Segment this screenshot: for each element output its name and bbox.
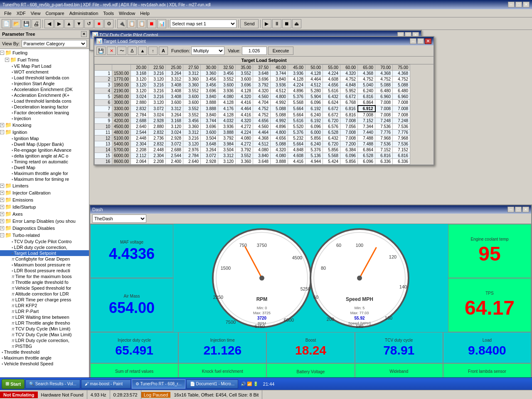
cell-value[interactable]: 3.120 [131, 82, 148, 88]
cell-value[interactable]: 4.656 [271, 135, 288, 141]
cell-value[interactable]: 3.408 [166, 82, 183, 88]
cell-value[interactable]: 3.024 [131, 94, 148, 100]
cell-value[interactable]: 3.360 [201, 71, 218, 76]
cell-value[interactable]: 4.752 [340, 76, 358, 82]
cell-value[interactable]: 4.656 [323, 82, 340, 88]
cell-value[interactable]: 6.240 [358, 88, 375, 94]
cell-value[interactable]: 4.800 [271, 130, 288, 135]
toolbar-copy[interactable]: 📋 [127, 19, 136, 28]
cell-value[interactable]: 3.312 [183, 130, 201, 135]
cell-value[interactable]: 7.008 [340, 135, 358, 141]
cell-value[interactable]: 3.120 [218, 159, 236, 165]
cell-value[interactable]: 6.864 [358, 100, 375, 106]
cell-value[interactable]: 7.536 [393, 141, 410, 147]
tree-item[interactable]: ▪ Load threshold lambda con [0, 75, 89, 81]
cell-value[interactable]: 4.752 [358, 76, 375, 82]
table-row[interactable]: 94200.002.6882.9283.1683.4563.7444.0324.… [95, 118, 410, 124]
table-row[interactable]: 125100.002.4482.7362.9283.2163.5043.7924… [95, 135, 410, 141]
cell-value[interactable]: 3.072 [201, 153, 218, 159]
cell-value[interactable]: 6.336 [393, 159, 410, 165]
cell-value[interactable]: 3.120 [148, 100, 166, 106]
maximize-button[interactable]: □ [515, 2, 522, 7]
table-row[interactable]: 114800.002.5442.8323.0243.3123.6003.8884… [95, 130, 410, 135]
cell-value[interactable]: 5.568 [323, 153, 340, 159]
cell-value[interactable]: 6.624 [323, 100, 340, 106]
cell-value[interactable]: 4.368 [375, 71, 393, 76]
cell-value[interactable]: 3.120 [166, 124, 183, 130]
cell-value[interactable]: 4.320 [236, 94, 253, 100]
cell-value[interactable]: 5.136 [305, 153, 323, 159]
cell-value[interactable]: 2.832 [148, 130, 166, 135]
cell-value[interactable]: 3.120 [183, 141, 201, 147]
tree-item[interactable]: ▪ Injection [0, 116, 89, 121]
tree-item[interactable]: ▪ Deceleration leaning factor [0, 104, 89, 110]
tree-item[interactable]: − 📁 Ignition [0, 128, 89, 135]
cell-value[interactable]: 4.416 [236, 112, 253, 118]
cell-value[interactable]: 7.248 [375, 118, 393, 124]
tree-item[interactable]: ▪ LDR Boost pressure reducti [0, 268, 89, 273]
cell-value[interactable]: 3.600 [201, 130, 218, 135]
cell-value[interactable]: 4.368 [253, 135, 271, 141]
table-row[interactable]: 52580.003.0243.2163.4083.6003.8404.0804.… [95, 94, 410, 100]
cell-value[interactable]: 3.072 [148, 106, 166, 112]
cell-value[interactable]: 7.008 [393, 106, 410, 112]
cell-value[interactable]: 3.024 [166, 130, 183, 135]
cell-value[interactable]: 7.200 [340, 141, 358, 147]
cell-value[interactable]: 4.224 [236, 130, 253, 135]
tls-close[interactable]: ✕ [425, 38, 431, 44]
cell-value[interactable]: 3.120 [131, 76, 148, 82]
cell-value[interactable]: 4.080 [253, 147, 271, 153]
cell-value[interactable]: 3.600 [218, 82, 236, 88]
map-set-select[interactable]: Select map set 1 [170, 20, 236, 28]
table-row[interactable]: 11530.003.1683.2163.2643.3123.3603.4563.… [95, 71, 410, 76]
cell-value[interactable]: 5.376 [288, 130, 305, 135]
cell-value[interactable]: 3.552 [218, 76, 236, 82]
cell-value[interactable]: 3.120 [148, 76, 166, 82]
tree-item[interactable]: + 📁 Error Lamp Disables (you shou [0, 217, 89, 224]
tls-value-input[interactable] [242, 47, 267, 55]
cell-value[interactable]: 4.800 [271, 94, 288, 100]
cell-value[interactable]: 7.056 [340, 124, 358, 130]
cell-value[interactable]: 7.968 [393, 135, 410, 141]
tree-item[interactable]: π LDR KFP2 [0, 303, 89, 308]
view-by-select[interactable]: Parameter Category [22, 40, 87, 47]
cell-value[interactable]: 2.208 [148, 159, 166, 165]
cell-value[interactable]: 5.232 [288, 135, 305, 141]
toolbar-print[interactable]: 🖨 [32, 19, 41, 28]
cell-value[interactable]: 3.936 [218, 124, 236, 130]
cell-value[interactable]: 5.040 [358, 82, 375, 88]
cell-value[interactable]: 3.072 [166, 141, 183, 147]
cell-value[interactable]: 6.816 [358, 94, 375, 100]
cell-value[interactable]: 6.096 [340, 153, 358, 159]
tls-save-btn[interactable]: 💾 [96, 47, 106, 55]
cell-value[interactable]: 4.512 [305, 82, 323, 88]
tree-item[interactable]: π Vehicle Speed threshold for [0, 285, 89, 291]
cell-value[interactable]: 3.840 [253, 153, 271, 159]
cell-value[interactable]: 7.008 [393, 112, 410, 118]
cell-value[interactable]: 6.096 [305, 124, 323, 130]
cell-value[interactable]: 2.832 [131, 106, 148, 112]
tree-area[interactable]: − 📁 Fueling + 📁 Fuel Trims ▪ VE Map Part… [0, 49, 89, 390]
cell-value[interactable]: 3.216 [148, 94, 166, 100]
tls-delta-btn[interactable]: Δ [128, 47, 137, 55]
cell-value[interactable]: 2.208 [131, 147, 148, 153]
cell-value[interactable]: 7.488 [358, 141, 375, 147]
cell-value[interactable]: 3.888 [271, 159, 288, 165]
cell-value[interactable]: 4.272 [236, 124, 253, 130]
cell-value[interactable]: 4.608 [323, 76, 340, 82]
cell-value[interactable]: 7.248 [393, 118, 410, 124]
cell-value[interactable]: 5.952 [340, 88, 358, 94]
cell-value[interactable]: 5.424 [323, 159, 340, 165]
tree-item[interactable]: π Throttle angle threshold fo [0, 279, 89, 285]
cell-value[interactable]: 6.480 [393, 88, 410, 94]
cell-value[interactable]: 2.928 [148, 118, 166, 124]
cell-value[interactable]: 6.960 [375, 94, 393, 100]
cell-value[interactable]: 3.936 [271, 82, 288, 88]
tree-item[interactable]: + 📁 Knocking [0, 121, 89, 128]
cell-value[interactable]: 2.112 [131, 153, 148, 159]
cell-value[interactable]: 3.744 [201, 118, 218, 124]
tls-up-btn[interactable]: ↑ [148, 47, 158, 55]
tree-item[interactable]: ▪ Vehicle threshold Speed [0, 361, 89, 367]
cell-value[interactable]: 7.008 [375, 106, 393, 112]
cell-value[interactable]: 5.904 [305, 94, 323, 100]
